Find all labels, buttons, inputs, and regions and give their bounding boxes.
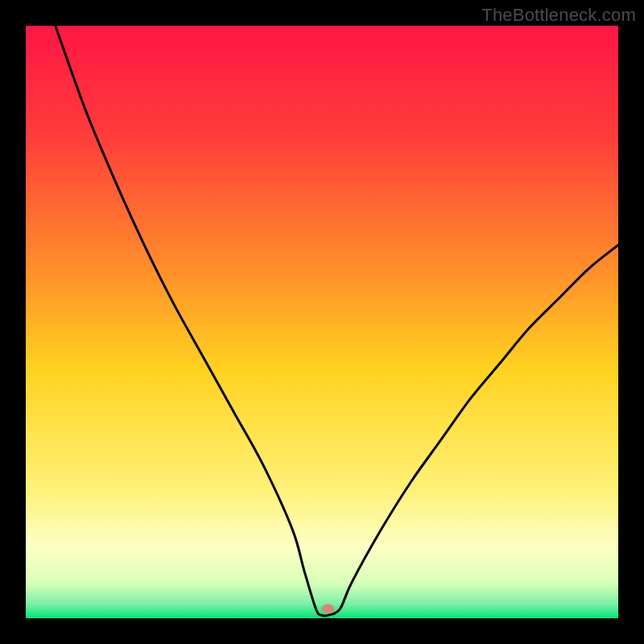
gradient-background xyxy=(26,26,618,618)
chart-svg xyxy=(26,26,618,618)
watermark-text: TheBottleneck.com xyxy=(481,5,636,26)
marker-dot xyxy=(321,604,334,613)
plot-area xyxy=(26,26,618,618)
chart-frame: TheBottleneck.com xyxy=(0,0,644,644)
